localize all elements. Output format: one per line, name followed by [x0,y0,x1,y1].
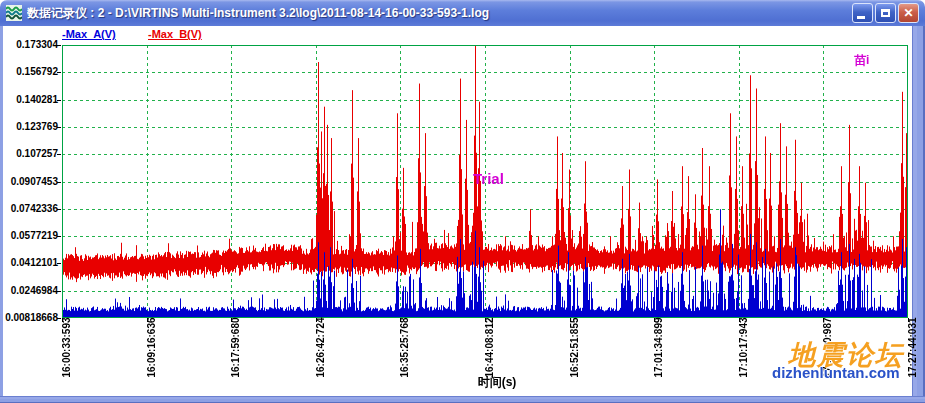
x-tick-mark [908,318,909,322]
y-tick-label: 0.0246984 [0,285,58,297]
y-tick-mark [57,236,61,237]
trial-watermark: Trial [473,170,504,187]
x-tick-label: 16:09:16:636 [145,320,156,378]
y-tick-label: 0.156792 [0,66,58,78]
x-tick-label: 17:27:44:031 [907,320,918,378]
corner-trial-mark: 苗i [854,52,869,69]
x-tick-mark [823,318,824,322]
y-tick-label: 0.107257 [0,148,58,160]
minimize-button[interactable] [852,3,873,23]
y-tick-mark [57,127,61,128]
x-tick-mark [231,318,232,322]
close-button[interactable]: ✕ [898,3,919,23]
title-bar[interactable]: 数据记录仪 : 2 - D:\VIRTINS Multi-Instrument … [0,0,925,26]
x-tick-label: 17:01:34:899 [653,320,664,378]
close-icon: ✕ [903,6,913,20]
y-tick-mark [57,154,61,155]
maximize-icon [881,9,890,17]
y-tick-label: 0.173304 [0,39,58,51]
y-tick-label: 0.0412101 [0,257,58,269]
x-tick-mark [570,318,571,322]
window-title: 数据记录仪 : 2 - D:\VIRTINS Multi-Instrument … [27,5,852,22]
y-tick-label: 0.140281 [0,94,58,106]
x-tick-label: 16:44:08:812 [484,320,495,378]
y-tick-label: 0.0907453 [0,176,58,188]
x-tick-label: 16:52:51:855 [568,320,579,378]
x-tick-mark [62,318,63,322]
x-tick-mark [147,318,148,322]
legend-series-b[interactable]: -Max_B(V) [148,28,202,40]
y-tick-mark [57,209,61,210]
y-tick-mark [57,72,61,73]
x-tick-mark [485,318,486,322]
maximize-button[interactable] [875,3,896,23]
x-tick-label: 16:17:59:680 [230,320,241,378]
x-tick-label: 16:26:42:724 [314,320,325,378]
x-axis-title: 时间(s) [437,374,557,391]
y-tick-mark [57,100,61,101]
x-tick-mark [739,318,740,322]
window-border-bottom [0,396,925,403]
forum-watermark-url: dizhenluntan.com [772,364,900,381]
x-tick-label: 16:00:33:593 [61,320,72,378]
legend-series-a[interactable]: -Max_A(V) [62,28,116,40]
y-tick-label: 0.0742336 [0,203,58,215]
y-tick-label: 0.00818668 [0,312,58,324]
y-tick-mark [57,263,61,264]
x-tick-mark [316,318,317,322]
x-tick-label: 16:35:25:768 [399,320,410,378]
y-tick-label: 0.123769 [0,121,58,133]
y-tick-mark [57,291,61,292]
x-tick-label: 17:10:17:943 [737,320,748,378]
data-logger-window: 数据记录仪 : 2 - D:\VIRTINS Multi-Instrument … [0,0,925,403]
y-tick-mark [57,45,61,46]
app-icon [6,5,22,21]
y-tick-label: 0.0577219 [0,230,58,242]
minimize-icon [857,16,865,19]
y-tick-mark [57,182,61,183]
window-controls: ✕ [852,3,919,23]
x-tick-mark [654,318,655,322]
x-tick-mark [400,318,401,322]
